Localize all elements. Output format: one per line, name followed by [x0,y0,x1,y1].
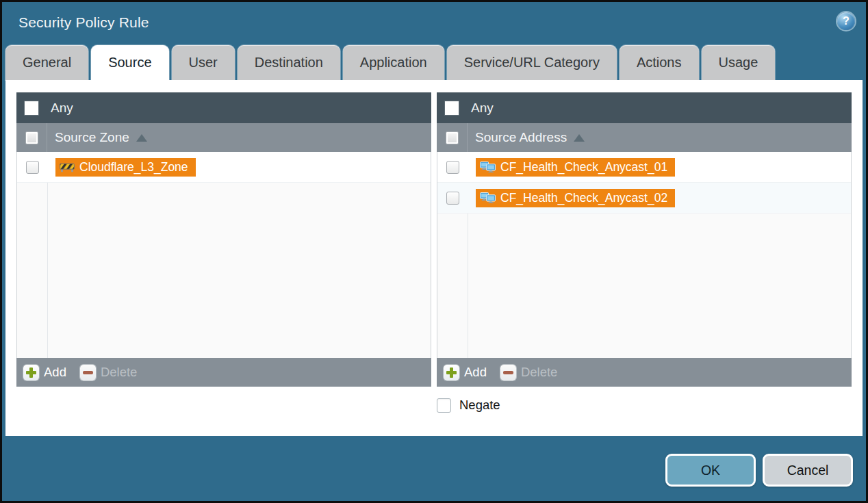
address-entry-pill[interactable]: CF_Health_Check_Anycast_02 [476,189,675,207]
help-icon[interactable]: ? [837,12,855,30]
tab-user[interactable]: User [172,45,235,80]
plus-icon [23,365,39,381]
sort-ascending-icon [574,134,585,142]
sort-ascending-icon [136,134,147,142]
source-zone-column-label: Source Zone [55,130,129,145]
address-entry-label: CF_Health_Check_Anycast_02 [500,191,667,205]
plus-icon [444,365,459,381]
negate-label: Negate [459,398,500,413]
minus-icon [500,365,516,381]
source-address-delete-button[interactable]: Delete [500,365,557,381]
address-entry-label: CF_Health_Check_Anycast_01 [500,160,667,175]
tab-usage[interactable]: Usage [702,45,776,80]
dialog-title: Security Policy Rule [18,14,149,31]
source-zone-select-all-checkbox[interactable] [25,131,38,144]
row-checkbox[interactable] [26,161,39,174]
tab-service-url-category[interactable]: Service/URL Category [447,45,617,80]
source-address-add-button[interactable]: Add [444,365,487,381]
source-address-any-header: Any [437,92,852,123]
tab-application[interactable]: Application [343,45,444,80]
source-address-list: CF_Health_Check_Anycast_01 [437,152,852,358]
dialog-titlebar: Security Policy Rule [2,2,866,43]
cancel-button[interactable]: Cancel [763,454,853,487]
negate-row: Negate [437,398,852,413]
table-row: CF_Health_Check_Anycast_02 [437,183,851,214]
negate-checkbox[interactable] [437,398,451,413]
table-row: CF_Health_Check_Anycast_01 [437,152,851,183]
security-policy-rule-dialog: Security Policy Rule ? General Source Us… [0,0,868,503]
address-icon [480,162,496,173]
source-address-sort-header[interactable]: Source Address [468,123,585,152]
source-zone-delete-button[interactable]: Delete [80,365,137,381]
dialog-actions: OK Cancel [665,454,853,487]
source-zone-any-header: Any [16,92,431,123]
source-address-footer: Add Delete [437,358,852,387]
source-zone-any-checkbox[interactable] [24,101,39,116]
source-zone-list: Cloudflare_L3_Zone [16,152,431,358]
tab-source[interactable]: Source [91,45,168,80]
zone-icon [60,162,75,172]
source-address-any-checkbox[interactable] [444,101,459,116]
source-zone-footer: Add Delete [16,358,431,387]
tab-actions[interactable]: Actions [620,45,699,80]
source-address-column-label: Source Address [475,130,567,145]
row-checkbox[interactable] [446,192,459,205]
source-address-panel: Any Source Address [437,92,852,387]
source-tab-content: Any Source Zone [5,80,863,436]
source-zone-panel: Any Source Zone [16,92,431,387]
zone-entry-pill[interactable]: Cloudflare_L3_Zone [55,158,196,177]
table-row: Cloudflare_L3_Zone [17,152,431,183]
address-icon [480,192,496,204]
source-zone-any-label: Any [51,101,73,116]
tab-general[interactable]: General [5,45,88,80]
minus-icon [80,365,96,381]
source-address-column-header: Source Address [437,123,852,152]
ok-button[interactable]: OK [665,454,756,487]
source-zone-add-button[interactable]: Add [23,365,66,381]
row-checkbox[interactable] [446,161,459,174]
address-entry-pill[interactable]: CF_Health_Check_Anycast_01 [476,158,675,177]
source-zone-sort-header[interactable]: Source Zone [47,123,147,152]
zone-entry-label: Cloudflare_L3_Zone [79,160,188,175]
tab-destination[interactable]: Destination [238,45,340,80]
source-address-any-label: Any [471,101,494,116]
source-zone-column-header: Source Zone [16,123,431,152]
source-address-select-all-checkbox[interactable] [446,131,459,144]
tab-bar: General Source User Destination Applicat… [2,43,866,80]
